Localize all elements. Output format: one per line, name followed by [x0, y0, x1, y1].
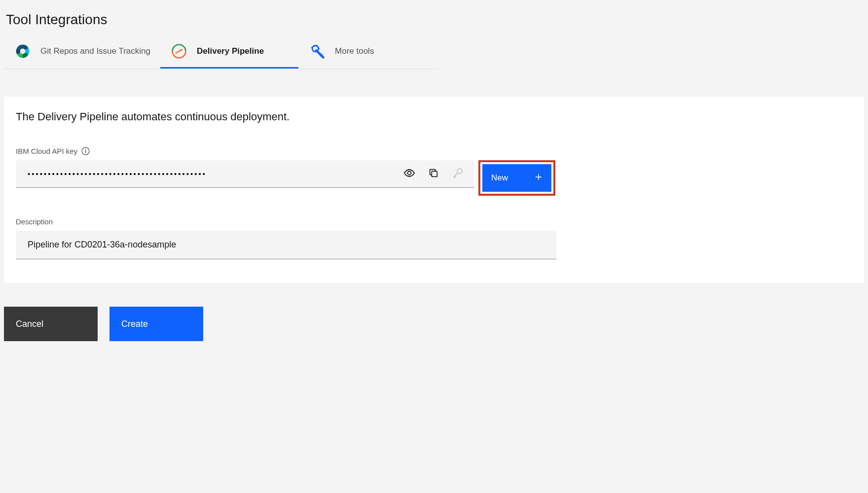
- info-icon[interactable]: [81, 147, 90, 155]
- new-button[interactable]: New: [482, 164, 551, 192]
- description-input[interactable]: [16, 231, 556, 259]
- new-button-label: New: [491, 173, 508, 183]
- tab-label: Git Repos and Issue Tracking: [40, 46, 150, 57]
- svg-point-11: [408, 172, 411, 175]
- tab-git-repos[interactable]: Git Repos and Issue Tracking: [4, 35, 160, 69]
- tab-delivery-pipeline[interactable]: Delivery Pipeline: [160, 35, 298, 69]
- api-key-field: IBM Cloud API key: [16, 147, 852, 196]
- input-actions: [401, 165, 474, 182]
- description-field: Description: [16, 217, 556, 259]
- key-icon: [452, 167, 464, 180]
- donut-icon: [14, 42, 32, 60]
- copy-icon: [428, 168, 439, 180]
- new-button-highlight: New: [478, 160, 555, 196]
- content-description: The Delivery Pipeline automates continuo…: [16, 110, 852, 123]
- description-label: Description: [16, 217, 556, 226]
- key-button[interactable]: [450, 165, 466, 182]
- tab-label: Delivery Pipeline: [197, 46, 264, 57]
- api-key-input-wrap: [16, 160, 474, 188]
- wrench-gear-icon: [308, 42, 326, 60]
- copy-button[interactable]: [426, 166, 441, 182]
- tabs-container: Git Repos and Issue Tracking Delivery Pi…: [4, 35, 438, 69]
- api-key-label-text: IBM Cloud API key: [16, 147, 77, 155]
- pipeline-icon: [170, 42, 188, 60]
- cancel-button[interactable]: Cancel: [4, 307, 98, 341]
- api-key-input[interactable]: [16, 160, 401, 187]
- svg-rect-12: [432, 171, 437, 176]
- svg-rect-4: [314, 45, 315, 47]
- svg-rect-10: [85, 150, 86, 153]
- plus-icon: [535, 173, 542, 183]
- tab-more-tools[interactable]: More tools: [298, 35, 436, 69]
- content-card: The Delivery Pipeline automates continuo…: [4, 97, 864, 283]
- svg-point-9: [85, 149, 86, 150]
- create-button[interactable]: Create: [109, 307, 203, 341]
- api-key-row: New: [16, 160, 852, 196]
- eye-icon: [403, 167, 415, 180]
- page-title: Tool Integrations: [0, 0, 868, 35]
- reveal-button[interactable]: [401, 165, 417, 182]
- tab-label: More tools: [335, 46, 374, 57]
- footer-actions: Cancel Create: [4, 307, 864, 341]
- api-key-label: IBM Cloud API key: [16, 147, 852, 155]
